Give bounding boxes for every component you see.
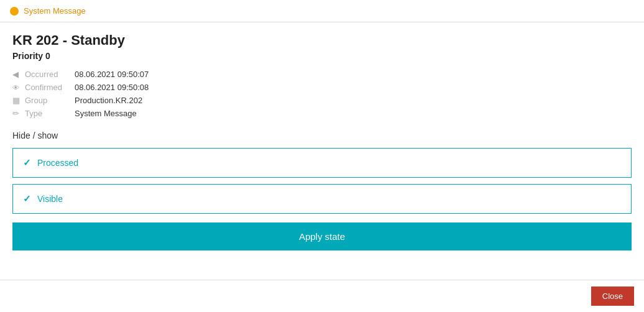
group-icon: ▦ <box>12 96 25 105</box>
meta-row-confirmed: 👁 Confirmed 08.06.2021 09:50:08 <box>12 83 632 92</box>
hide-show-section: Hide / show ✓ Processed ✓ Visible Apply … <box>12 131 632 250</box>
group-value: Production.KR.202 <box>75 96 142 105</box>
group-key: Group <box>25 96 75 105</box>
visible-label: Visible <box>37 194 63 204</box>
apply-state-label: Apply state <box>299 231 345 242</box>
occurred-key: Occurred <box>25 70 75 79</box>
confirmed-icon: 👁 <box>12 84 25 91</box>
dialog: System Message KR 202 - Standby Priority… <box>0 0 644 312</box>
occurred-value: 08.06.2021 09:50:07 <box>75 70 149 79</box>
occurred-icon: ◀ <box>12 70 25 79</box>
type-icon: ✏ <box>12 109 25 118</box>
visible-toggle-button[interactable]: ✓ Visible <box>12 184 632 214</box>
priority-label: Priority 0 <box>12 51 632 61</box>
meta-row-type: ✏ Type System Message <box>12 109 632 118</box>
processed-label: Processed <box>37 158 78 168</box>
header-title: System Message <box>24 6 86 16</box>
close-label: Close <box>602 291 623 301</box>
header-bar: System Message <box>0 0 644 22</box>
footer-bar: Close <box>0 280 644 312</box>
message-title: KR 202 - Standby <box>12 32 632 48</box>
confirmed-value: 08.06.2021 09:50:08 <box>75 83 149 92</box>
processed-check-icon: ✓ <box>23 157 31 168</box>
meta-row-occurred: ◀ Occurred 08.06.2021 09:50:07 <box>12 70 632 79</box>
confirmed-key: Confirmed <box>25 83 75 92</box>
processed-toggle-button[interactable]: ✓ Processed <box>12 148 632 178</box>
visible-check-icon: ✓ <box>23 193 31 204</box>
content-area: KR 202 - Standby Priority 0 ◀ Occurred 0… <box>0 22 644 280</box>
type-key: Type <box>25 109 75 118</box>
close-button[interactable]: Close <box>591 287 634 306</box>
meta-row-group: ▦ Group Production.KR.202 <box>12 96 632 105</box>
hide-show-label: Hide / show <box>12 131 632 140</box>
meta-table: ◀ Occurred 08.06.2021 09:50:07 👁 Confirm… <box>12 70 632 118</box>
apply-state-button[interactable]: Apply state <box>12 223 632 250</box>
type-value: System Message <box>75 109 137 118</box>
status-dot-icon <box>10 7 19 16</box>
